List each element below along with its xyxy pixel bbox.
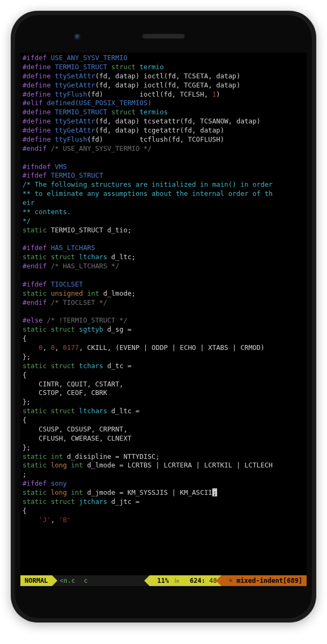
code-line[interactable]: CINTR, CQUIT, CSTART, xyxy=(23,380,304,389)
code-line[interactable]: 0, 0, 0177, CKILL, (EVENP | ODDP | ECHO … xyxy=(23,343,304,353)
code-line[interactable]: static long int d_jmode = KM_SYSSJIS | K… xyxy=(23,488,304,497)
phone-bezel: #ifdef USE_ANY_SYSV_TERMIO#define TERMIO… xyxy=(15,15,312,618)
code-line[interactable]: ** contents. xyxy=(23,208,304,217)
code-line[interactable]: #define ttyFlush(fd) tcflush(fd, TCOFLUS… xyxy=(23,135,304,144)
code-line[interactable]: CSUSP, CDSUSP, CRPRNT, xyxy=(23,425,304,434)
mode-indicator: NORMAL xyxy=(20,575,52,586)
code-line[interactable]: #endif /* TIOCLSET */ xyxy=(23,298,304,308)
code-line[interactable]: ; xyxy=(23,470,304,479)
code-line[interactable]: }; xyxy=(23,353,304,362)
code-line[interactable]: { xyxy=(23,371,304,380)
code-line[interactable]: static long int d_lmode = LCRTBS | LCRTE… xyxy=(23,461,304,470)
code-line[interactable]: #ifdef USE_ANY_SYSV_TERMIO xyxy=(23,54,304,63)
code-line[interactable]: #define ttyGetAttr(fd, datap) tcgetattr(… xyxy=(23,126,304,135)
code-line[interactable]: #define ttyFlush(fd) ioctl(fd, TCFLSH, 1… xyxy=(23,90,304,99)
code-line[interactable]: #define TERMIO_STRUCT struct termios xyxy=(23,108,304,117)
status-spacer xyxy=(92,575,150,586)
code-line[interactable]: #define ttyGetAttr(fd, datap) ioctl(fd, … xyxy=(23,81,304,90)
code-line[interactable]: #ifdef HAS_LTCHARS xyxy=(23,244,304,253)
code-line[interactable]: */ xyxy=(23,217,304,226)
phone-frame: #ifdef USE_ANY_SYSV_TERMIO#define TERMIO… xyxy=(11,11,316,623)
code-line[interactable]: #ifdef sony xyxy=(23,479,304,488)
code-line[interactable]: #ifdef TIOCLSET xyxy=(23,280,304,289)
code-line[interactable]: { xyxy=(23,416,304,425)
code-line[interactable]: #else /* !TERMIO_STRUCT */ xyxy=(23,316,304,325)
code-line[interactable]: CFLUSH, CWERASE, CLNEXT xyxy=(23,434,304,443)
code-line[interactable]: static int d_disipline = NTTYDISC; xyxy=(23,452,304,462)
code-line[interactable]: }; xyxy=(23,443,304,452)
code-line[interactable]: { xyxy=(23,507,304,516)
line-icon: ㏑ xyxy=(170,575,180,586)
code-line[interactable] xyxy=(23,308,304,317)
editor-buffer[interactable]: #ifdef USE_ANY_SYSV_TERMIO#define TERMIO… xyxy=(20,53,307,526)
code-line[interactable]: #define ttySetAttr(fd, datap) tcsetattr(… xyxy=(23,117,304,126)
code-line[interactable]: #endif /* USE_ANY_SYSV_TERMIO */ xyxy=(23,144,304,153)
front-camera xyxy=(74,33,81,41)
screen[interactable]: #ifdef USE_ANY_SYSV_TERMIO#define TERMIO… xyxy=(20,53,307,586)
code-line[interactable]: CSTOP, CEOF, CBRK xyxy=(23,389,304,398)
code-line[interactable]: static unsigned int d_lmode; xyxy=(23,289,304,298)
code-line[interactable]: ** to eliminate any assumptions about th… xyxy=(23,189,304,199)
code-line[interactable]: 'J', 'B' xyxy=(23,516,304,525)
code-line[interactable]: static struct tchars d_tc = xyxy=(23,362,304,371)
filetype-segment: c xyxy=(79,575,92,586)
code-line[interactable]: #define TERMIO_STRUCT struct termio xyxy=(23,63,304,72)
code-line[interactable] xyxy=(23,235,304,244)
earpiece-speaker xyxy=(142,33,185,39)
code-line[interactable] xyxy=(23,271,304,280)
code-line[interactable]: static struct ltchars d_ltc = xyxy=(23,407,304,416)
code-line[interactable]: }; xyxy=(23,398,304,407)
code-line[interactable]: #ifndef VMS xyxy=(23,163,304,172)
status-bar: NORMAL <n.c c 11% ㏑ 624: 48 ☼ mixed-inde… xyxy=(20,575,307,586)
percent-segment: 11% ㏑ xyxy=(150,575,185,586)
code-line[interactable]: #ifdef TERMIO_STRUCT xyxy=(23,171,304,180)
code-line[interactable]: static TERMIO_STRUCT d_tio; xyxy=(23,226,304,235)
code-line[interactable]: eir xyxy=(23,199,304,208)
code-line[interactable] xyxy=(23,153,304,163)
warning-segment: ☼ mixed-indent[689] xyxy=(221,575,307,586)
code-line[interactable]: #endif /* HAS_LTCHARS */ xyxy=(23,262,304,271)
code-line[interactable]: #define ttySetAttr(fd, datap) ioctl(fd, … xyxy=(23,72,304,81)
code-line[interactable]: /* The following structures are initiali… xyxy=(23,180,304,189)
code-line[interactable]: static struct sgttyb d_sg = xyxy=(23,325,304,334)
code-line[interactable]: static struct ltchars d_ltc; xyxy=(23,253,304,262)
code-line[interactable]: { xyxy=(23,334,304,343)
code-line[interactable]: static struct jtchars d_jtc = xyxy=(23,497,304,507)
code-line[interactable]: #elif defined(USE_POSIX_TERMIOS) xyxy=(23,99,304,108)
